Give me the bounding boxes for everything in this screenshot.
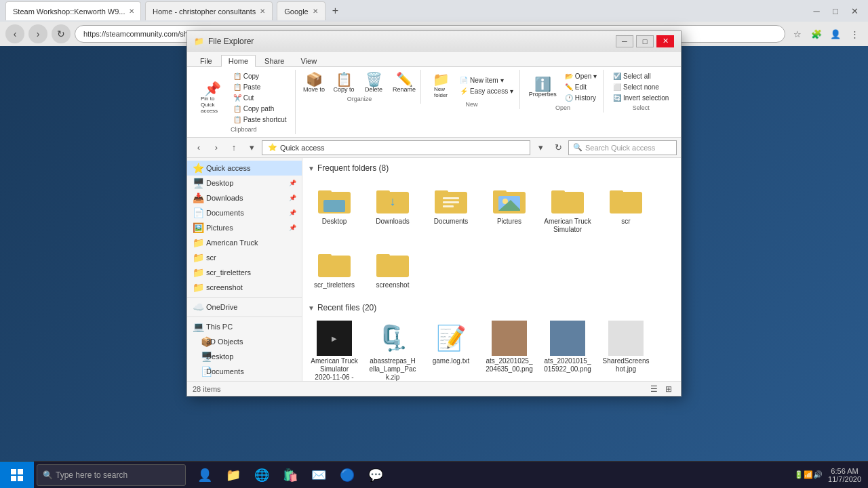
sidebar-item-american-truck[interactable]: 📁 American Truck	[187, 235, 302, 250]
sidebar-item-this-pc[interactable]: 💻 This PC	[187, 319, 302, 334]
sidebar-item-desktop[interactable]: 🖥️ Desktop 📌	[187, 176, 302, 190]
paste-button[interactable]: 📋Paste	[231, 82, 290, 92]
taskbar-file-explorer[interactable]: 📁	[221, 462, 245, 489]
nav-forward[interactable]: ›	[209, 140, 224, 155]
move-to-button[interactable]: 📦 Move to	[300, 71, 328, 94]
folder-documents[interactable]: Documents	[425, 178, 477, 237]
select-none-button[interactable]: ⬜Select none	[610, 82, 671, 92]
ribbon-tab-view[interactable]: View	[293, 55, 324, 66]
profile-icon[interactable]: 👤	[827, 26, 844, 42]
taskbar-chrome[interactable]: 🔵	[335, 462, 359, 489]
fe-maximize[interactable]: □	[636, 35, 654, 47]
details-view-button[interactable]: ☰	[647, 383, 660, 395]
folder-ats[interactable]: American Truck Simulator	[541, 178, 594, 237]
taskbar-app6[interactable]: 💬	[363, 462, 388, 489]
delete-button[interactable]: 🗑️ Delete	[360, 71, 387, 94]
new-tab-button[interactable]: +	[332, 5, 338, 17]
sidebar-item-pictures[interactable]: 🖼️ Pictures 📌	[187, 220, 302, 235]
forward-button[interactable]: ›	[28, 24, 47, 43]
folder-scr[interactable]: scr	[599, 178, 652, 237]
folder-icon-4: 📁	[193, 282, 203, 293]
sidebar-item-scr[interactable]: 📁 scr	[187, 250, 302, 265]
new-folder-button[interactable]: 📁 Newfolder	[427, 71, 454, 100]
browser-tab-3[interactable]: Google ✕	[277, 1, 325, 20]
nav-back[interactable]: ‹	[191, 140, 206, 155]
sidebar-item-3d-objects[interactable]: 📦 3D Objects	[187, 334, 302, 349]
folder-pictures[interactable]: Pictures	[483, 178, 536, 237]
sidebar-item-documents[interactable]: 📄 Documents 📌	[187, 205, 302, 220]
taskbar-cortana[interactable]: 👤	[193, 462, 217, 489]
refresh-address[interactable]: ↻	[551, 140, 566, 155]
nav-recent[interactable]: ▾	[244, 140, 259, 155]
taskbar-store[interactable]: 🛍️	[278, 462, 302, 489]
sidebar-item-quick-access[interactable]: ⭐ Quick access	[187, 161, 302, 176]
close-browser[interactable]: ✕	[846, 3, 863, 19]
back-button[interactable]: ‹	[5, 24, 24, 43]
folder-screenshot[interactable]: screenshot	[366, 242, 419, 292]
bookmark-icon[interactable]: ☆	[789, 26, 806, 42]
sidebar-label-quick-access: Quick access	[206, 164, 250, 172]
maximize-browser[interactable]: □	[827, 3, 844, 19]
cut-button[interactable]: ✂️Cut	[231, 93, 290, 103]
copy-to-button[interactable]: 📋 Copy to	[330, 71, 357, 94]
folder-screenshot-icon	[375, 245, 410, 280]
file-gamelog[interactable]: 📝 game.log.txt	[425, 318, 477, 381]
browser-tab-1[interactable]: Steam Workshop::Kenworth W9... ✕	[5, 1, 141, 20]
menu-icon[interactable]: ⋮	[846, 26, 863, 42]
folder-scr-tire[interactable]: scr_tireletters	[308, 242, 361, 292]
paste-shortcut-button[interactable]: 📋Paste shortcut	[231, 115, 290, 125]
sidebar-item-downloads[interactable]: 📥 Downloads 📌	[187, 190, 302, 205]
recent-chevron[interactable]: ▼	[308, 304, 315, 312]
sidebar-item-desktop-pc[interactable]: 🖥️ Desktop	[187, 349, 302, 364]
ribbon-tab-home[interactable]: Home	[221, 55, 256, 67]
file-img2[interactable]: ats_20201015_015922_00.png	[541, 318, 594, 381]
folder-downloads[interactable]: ↓ Downloads	[366, 178, 419, 237]
large-icons-view-button[interactable]: ⊞	[662, 383, 675, 395]
taskbar-edge[interactable]: 🌐	[250, 462, 274, 489]
sidebar-item-onedrive[interactable]: ☁️ OneDrive	[187, 300, 302, 314]
sidebar-item-docs-pc[interactable]: 📄 Documents	[187, 364, 302, 379]
edit-button[interactable]: ✏️Edit	[562, 82, 599, 92]
minimize-browser[interactable]: ─	[808, 3, 825, 19]
ribbon-tab-file[interactable]: File	[193, 55, 220, 66]
history-button[interactable]: 🕐History	[562, 93, 599, 103]
fe-search-box[interactable]: 🔍 Search Quick access	[568, 140, 677, 155]
folder-desktop[interactable]: Desktop	[308, 178, 361, 237]
pin-label: Pin to Quickaccess	[201, 96, 225, 114]
pin-to-quick-button[interactable]: 📌 Pin to Quickaccess	[198, 81, 228, 115]
browser-tab-2[interactable]: Home - christopher consultants ✕	[145, 1, 273, 20]
taskbar-clock[interactable]: 6:56 AM 11/7/2020	[828, 467, 861, 483]
taskbar-mail[interactable]: ✉️	[307, 462, 331, 489]
tab-close-2[interactable]: ✕	[260, 7, 265, 15]
file-shared-screenshot[interactable]: SharedScreenshot.jpg	[599, 318, 652, 381]
address-dropdown[interactable]: ▾	[533, 140, 548, 155]
taskbar-search-box[interactable]: 🔍 Type here to search	[37, 464, 186, 486]
frequent-chevron[interactable]: ▼	[308, 165, 315, 172]
fe-minimize[interactable]: ─	[616, 35, 633, 47]
file-ats-video[interactable]: ▶ American Truck Simulator 2020-11-06 - …	[308, 318, 361, 381]
fe-close[interactable]: ✕	[656, 35, 674, 47]
file-zip[interactable]: 🗜️ abasstrepas_Hella_Lamp_Pack.zip	[366, 318, 419, 381]
rename-button[interactable]: ✏️ Rename	[390, 71, 418, 94]
invert-selection-button[interactable]: 🔄Invert selection	[610, 93, 671, 103]
copy-paste-group: 📋Copy 📋Paste ✂️Cut 📋Copy path 📋Paste sho…	[231, 71, 290, 125]
file-img1[interactable]: ats_20201025_204635_00.png	[483, 318, 536, 381]
ribbon-tab-share[interactable]: Share	[257, 55, 292, 66]
tab-close-1[interactable]: ✕	[129, 7, 134, 15]
easy-access-button[interactable]: ⚡Easy access ▾	[457, 86, 516, 96]
fe-title-text: File Explorer	[208, 37, 254, 46]
tab-close-3[interactable]: ✕	[313, 7, 318, 15]
copy-path-button[interactable]: 📋Copy path	[231, 104, 290, 114]
start-button[interactable]	[0, 462, 34, 489]
sidebar-item-screenshot[interactable]: 📁 screenshot	[187, 280, 302, 295]
extensions-icon[interactable]: 🧩	[808, 26, 825, 42]
refresh-button[interactable]: ↻	[52, 24, 71, 43]
properties-button[interactable]: ℹ️ Properties	[526, 76, 559, 99]
select-all-button[interactable]: ☑️Select all	[610, 71, 671, 81]
sidebar-item-scr-tireletters[interactable]: 📁 scr_tireletters	[187, 265, 302, 280]
copy-button[interactable]: 📋Copy	[231, 71, 290, 81]
open-button[interactable]: 📂Open ▾	[562, 71, 599, 81]
nav-up[interactable]: ↑	[226, 140, 241, 155]
fe-address-bar[interactable]: ⭐ Quick access	[262, 140, 530, 155]
new-item-button[interactable]: 📄New item ▾	[457, 75, 516, 85]
